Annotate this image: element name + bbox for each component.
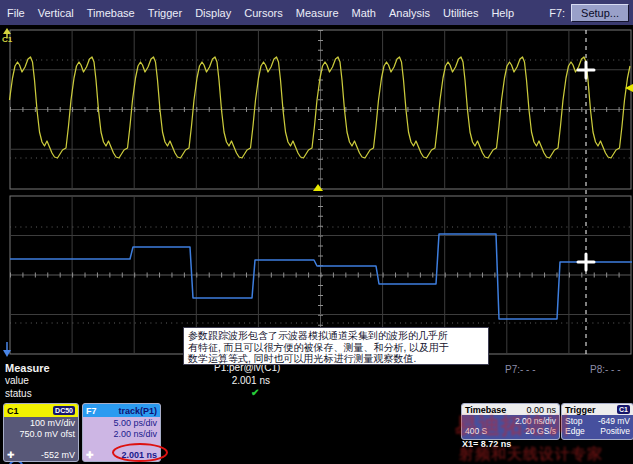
annotation-box: 参数跟踪波形包含了示波器模拟通道采集到的波形的几乎所 有特征, 而且可以很方便的… — [183, 327, 489, 365]
measure-title: Measure — [5, 362, 50, 374]
channel-c1-coupling-badge: DC50 — [53, 406, 75, 415]
timebase-delay: 0.00 ns — [526, 405, 556, 415]
highlight-ellipse-annotation — [112, 443, 168, 462]
timebase-descriptor[interactable]: Timebase 0.00 ns 2.00 ns/div 400 S 20 GS… — [461, 403, 560, 440]
timebase-title: Timebase — [465, 405, 506, 415]
measure-p7-header[interactable]: P7:- - - — [505, 364, 536, 375]
channel-c1-footer: ✚ -552 mV — [4, 450, 78, 460]
trace-f7-name: F7 — [86, 406, 97, 416]
trace-c1 — [10, 57, 631, 158]
trigger-slope: Positive — [600, 426, 630, 436]
annotation-line: 数学运算等式, 同时也可以用光标进行测量观察数值. — [188, 353, 484, 365]
channel-c1-vdiv: 100 mV/div — [4, 418, 75, 429]
c1-trace-label: C1 — [2, 35, 12, 44]
measure-p1-value: 2.001 ns — [215, 375, 270, 386]
channel-c1-settings: 100 mV/div 750.0 mV ofst — [4, 417, 78, 439]
channel-c1-name: C1 — [7, 406, 19, 416]
trigger-position-marker-icon — [313, 184, 323, 191]
oscilloscope-screen: FileVerticalTimebaseTriggerDisplayCursor… — [0, 0, 633, 464]
trigger-header: Trigger C1 — [562, 404, 633, 415]
timebase-samplerate: 20 GS/s — [525, 426, 556, 436]
trace-f7-header: F7 track(P1) — [83, 404, 160, 417]
measure-p1-status-check-icon: ✔ — [251, 387, 259, 398]
waveform-display — [0, 0, 633, 464]
trigger-level: -649 mV — [598, 416, 630, 426]
timebase-hdiv: 2.00 ns/div — [462, 415, 559, 426]
cursor-cross-icon: ✚ — [86, 451, 94, 460]
trace-f7-vdiv: 5.00 ps/div — [83, 418, 157, 429]
measure-p8-header[interactable]: P8:- - - — [590, 364, 621, 375]
timebase-header: Timebase 0.00 ns — [462, 404, 559, 415]
trace-f7-hdiv: 2.00 ns/div — [83, 429, 157, 440]
timebase-samples: 400 S — [465, 426, 487, 436]
annotation-line: 有特征, 而且可以很方便的被保存、测量、和分析, 以及用于 — [188, 342, 484, 354]
trigger-descriptor[interactable]: Trigger C1 Stop -649 mV Edge Positive — [561, 403, 633, 440]
trigger-source-badge: C1 — [617, 405, 630, 414]
channel-c1-descriptor[interactable]: C1 DC50 100 mV/div 750.0 mV ofst ✚ -552 … — [3, 403, 79, 462]
channel-c1-header: C1 DC50 — [4, 404, 78, 417]
trigger-type: Edge — [565, 426, 585, 436]
trigger-mode: Stop — [565, 416, 583, 426]
measure-value-label: value — [5, 375, 29, 386]
measure-status-label: status — [5, 388, 32, 399]
cursor-cross-icon: ✚ — [7, 451, 15, 460]
trace-f7-function: track(P1) — [118, 406, 157, 416]
annotation-line: 参数跟踪波形包含了示波器模拟通道采集到的波形的几乎所 — [188, 330, 484, 342]
channel-c1-offset: 750.0 mV ofst — [4, 429, 75, 440]
cursor-x1-readout: X1= 8.72 ns — [462, 439, 511, 449]
trace-f7-settings: 5.00 ps/div 2.00 ns/div — [83, 417, 160, 439]
channel-c1-cursor-value: -552 mV — [41, 450, 75, 460]
trigger-title: Trigger — [565, 405, 596, 415]
